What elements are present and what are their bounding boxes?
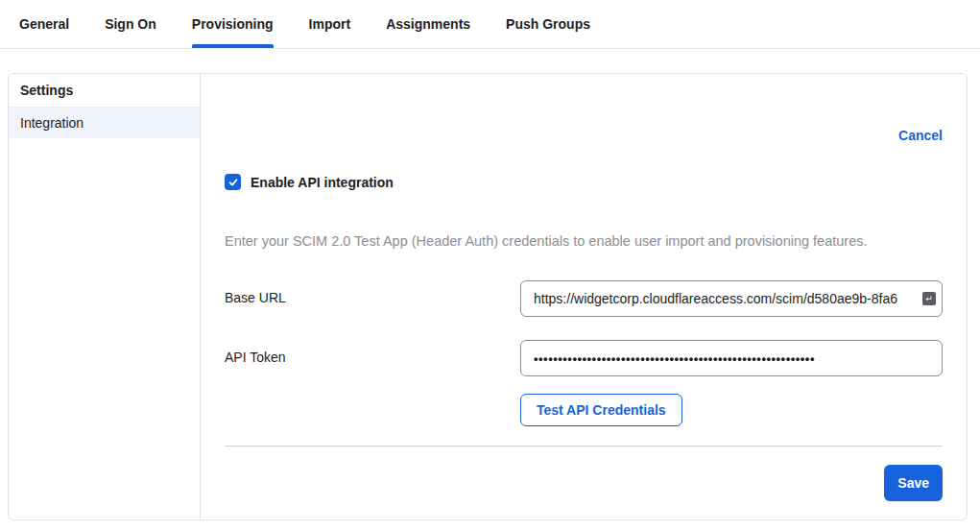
save-row: Save [225,465,943,501]
test-credentials-row: Test API Credentials [225,394,943,426]
base-url-input-wrap: ↵ [520,280,943,317]
tab-general[interactable]: General [19,0,69,48]
api-token-label: API Token [225,340,520,365]
enable-api-integration-checkbox[interactable] [225,174,241,190]
credentials-description: Enter your SCIM 2.0 Test App (Header Aut… [225,232,943,250]
provisioning-panel: Settings Integration Cancel Enable API i… [8,73,968,520]
footer-divider [225,446,943,447]
base-url-row: Base URL ↵ [225,280,943,317]
api-token-input-wrap [520,340,943,376]
enable-api-integration-label: Enable API integration [251,175,394,190]
enable-api-integration-row: Enable API integration [225,174,943,190]
checkmark-icon [227,177,239,188]
tab-push-groups[interactable]: Push Groups [506,0,590,48]
settings-sidebar: Settings Integration [9,74,201,519]
tab-assignments[interactable]: Assignments [386,0,470,48]
cancel-link[interactable]: Cancel [898,128,943,143]
integration-settings-content: Cancel Enable API integration Enter your… [201,74,967,519]
api-token-row: API Token [225,340,943,376]
base-url-input[interactable] [520,280,943,317]
save-button[interactable]: Save [884,465,943,501]
test-api-credentials-button[interactable]: Test API Credentials [520,394,682,426]
sidebar-item-integration[interactable]: Integration [9,108,200,138]
api-token-input[interactable] [520,340,943,376]
tab-sign-on[interactable]: Sign On [105,0,156,48]
sidebar-header: Settings [9,74,200,108]
tab-import[interactable]: Import [309,0,351,48]
cancel-row: Cancel [225,74,943,143]
tab-provisioning[interactable]: Provisioning [192,0,274,48]
tab-bar: General Sign On Provisioning Import Assi… [0,0,980,49]
base-url-label: Base URL [225,280,520,305]
